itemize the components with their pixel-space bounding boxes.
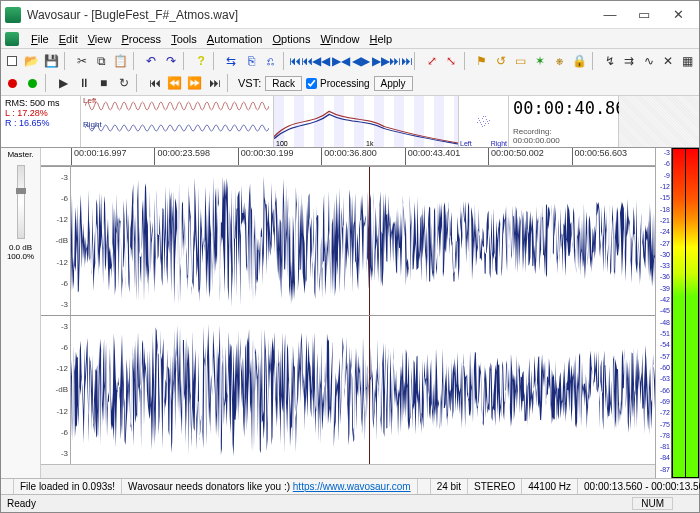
play-button[interactable]: ▶: [54, 74, 73, 93]
sel-left-button[interactable]: ◀◀: [312, 52, 331, 71]
go-end-button[interactable]: ⏭: [205, 74, 224, 93]
load-time: File loaded in 0.093s!: [14, 479, 122, 494]
svg-point-9: [484, 125, 485, 126]
menu-edit[interactable]: Edit: [59, 33, 78, 45]
play-cursor-left[interactable]: [369, 167, 370, 315]
menu-file[interactable]: File: [31, 33, 49, 45]
monitor-button[interactable]: [23, 74, 42, 93]
menubar: File Edit View Process Tools Automation …: [1, 29, 699, 49]
stop-button[interactable]: ■: [94, 74, 113, 93]
db-scale-right: -3-6-12-dB-12-6-3: [41, 316, 71, 464]
svg-point-0: [483, 121, 484, 122]
time-ruler[interactable]: 00:00:16.997 00:00:23.598 00:00:30.199 0…: [41, 148, 655, 166]
new-button[interactable]: [3, 52, 22, 71]
maximize-button[interactable]: ▭: [627, 4, 661, 26]
menu-view[interactable]: View: [88, 33, 112, 45]
vst-processing-checkbox[interactable]: Processing: [306, 78, 369, 89]
route-b-button[interactable]: ⇉: [620, 52, 639, 71]
master-panel: Master. 0.0 dB 100.0%: [1, 148, 41, 478]
tool-b[interactable]: ⎘: [242, 52, 261, 71]
menu-help[interactable]: Help: [370, 33, 393, 45]
slider-thumb[interactable]: [16, 188, 26, 194]
freq-lo: 100: [276, 140, 288, 147]
settings-button[interactable]: ▦: [679, 52, 698, 71]
timecode-main: 00:00:40.867: [513, 98, 614, 118]
spectrum-panel[interactable]: 100 1k: [274, 96, 459, 147]
batch-button[interactable]: ⎈: [551, 52, 570, 71]
route-d-button[interactable]: ✕: [659, 52, 678, 71]
route-a-button[interactable]: ↯: [601, 52, 620, 71]
doc-icon: [5, 32, 19, 46]
forward-button[interactable]: ⏩: [185, 74, 204, 93]
db-scale-left: -3-6-12-dB-12-6-3: [41, 167, 71, 315]
menu-window[interactable]: Window: [320, 33, 359, 45]
svg-point-12: [482, 126, 483, 127]
save-button[interactable]: 💾: [42, 52, 61, 71]
vst-processing-input[interactable]: [306, 78, 317, 89]
go-start-button[interactable]: ⏮: [145, 74, 164, 93]
vst-rack-button[interactable]: Rack: [265, 76, 302, 91]
rms-title: RMS: 500 ms: [5, 98, 76, 108]
tool-c[interactable]: ⎌: [261, 52, 280, 71]
overview-waveform[interactable]: Left Right: [81, 96, 274, 147]
rms-left: L : 17.28%: [5, 108, 76, 118]
waveform-left[interactable]: [71, 167, 655, 315]
svg-point-15: [489, 120, 490, 121]
svg-point-10: [478, 118, 479, 119]
sel-right-button[interactable]: ▶▶: [372, 52, 391, 71]
analysis-button[interactable]: ✶: [531, 52, 550, 71]
horizontal-scrollbar[interactable]: [41, 464, 655, 478]
sel-end-button[interactable]: ⏭⏭: [392, 52, 411, 71]
stereo-scatter[interactable]: Left Right: [459, 96, 509, 147]
status-bar: Ready NUM: [1, 494, 699, 512]
region-button[interactable]: ▭: [512, 52, 531, 71]
toolbar-area: 📂 💾 ✂ ⧉ 📋 ↶ ↷ ? ⇆ ⎘ ⎌ ⏮⏮ ◀◀ ▶◀ ◀▶ ▶▶ ⏭⏭ …: [1, 49, 699, 96]
paste-button[interactable]: 📋: [112, 52, 131, 71]
rewind-button[interactable]: ⏪: [165, 74, 184, 93]
svg-point-5: [483, 116, 484, 117]
zoom-sel-button[interactable]: ⤢: [423, 52, 442, 71]
close-button[interactable]: ✕: [661, 4, 695, 26]
loop-set-button[interactable]: ↺: [492, 52, 511, 71]
about-button[interactable]: ?: [192, 52, 211, 71]
loop-button[interactable]: ↻: [114, 74, 133, 93]
channel-right: -3-6-12-dB-12-6-3: [41, 315, 655, 464]
zoom-all-button[interactable]: ⤡: [442, 52, 461, 71]
master-slider[interactable]: [17, 165, 25, 239]
meter-right: [686, 149, 698, 477]
lock-button[interactable]: 🔒: [570, 52, 589, 71]
timecode-panel: 00:00:40.867 Recording:00:00:00.000: [509, 96, 619, 147]
menu-automation[interactable]: Automation: [207, 33, 263, 45]
vst-label: VST:: [238, 77, 261, 89]
svg-point-6: [481, 124, 482, 125]
ov-left-label: Left: [83, 96, 96, 105]
rms-right: R : 16.65%: [5, 118, 76, 128]
donate-link[interactable]: https://www.wavosaur.com: [293, 481, 411, 492]
freq-hi: 1k: [366, 140, 373, 147]
open-button[interactable]: 📂: [23, 52, 42, 71]
record-button[interactable]: [3, 74, 22, 93]
menu-options[interactable]: Options: [272, 33, 310, 45]
copy-button[interactable]: ⧉: [92, 52, 111, 71]
status-num: NUM: [632, 497, 673, 510]
preview-strip: [619, 96, 699, 147]
menu-tools[interactable]: Tools: [171, 33, 197, 45]
sel-in-button[interactable]: ▶◀: [332, 52, 351, 71]
master-gain: 0.0 dB: [9, 243, 32, 252]
waveform-right[interactable]: [71, 316, 655, 464]
sample-rate: 44100 Hz: [522, 479, 578, 494]
tool-a[interactable]: ⇆: [222, 52, 241, 71]
redo-button[interactable]: ↷: [161, 52, 180, 71]
rms-panel: RMS: 500 ms L : 17.28% R : 16.65%: [1, 96, 81, 147]
menu-process[interactable]: Process: [121, 33, 161, 45]
app-window: Wavosaur - [BugleFest_F#_Atmos.wav] — ▭ …: [0, 0, 700, 513]
marker-button[interactable]: ⚑: [472, 52, 491, 71]
undo-button[interactable]: ↶: [142, 52, 161, 71]
minimize-button[interactable]: —: [593, 4, 627, 26]
route-c-button[interactable]: ∿: [640, 52, 659, 71]
vst-apply-button[interactable]: Apply: [374, 76, 413, 91]
cut-button[interactable]: ✂: [72, 52, 91, 71]
pause-button[interactable]: ⏸: [74, 74, 93, 93]
sel-out-button[interactable]: ◀▶: [352, 52, 371, 71]
sel-start-button[interactable]: ⏮⏮: [292, 52, 311, 71]
